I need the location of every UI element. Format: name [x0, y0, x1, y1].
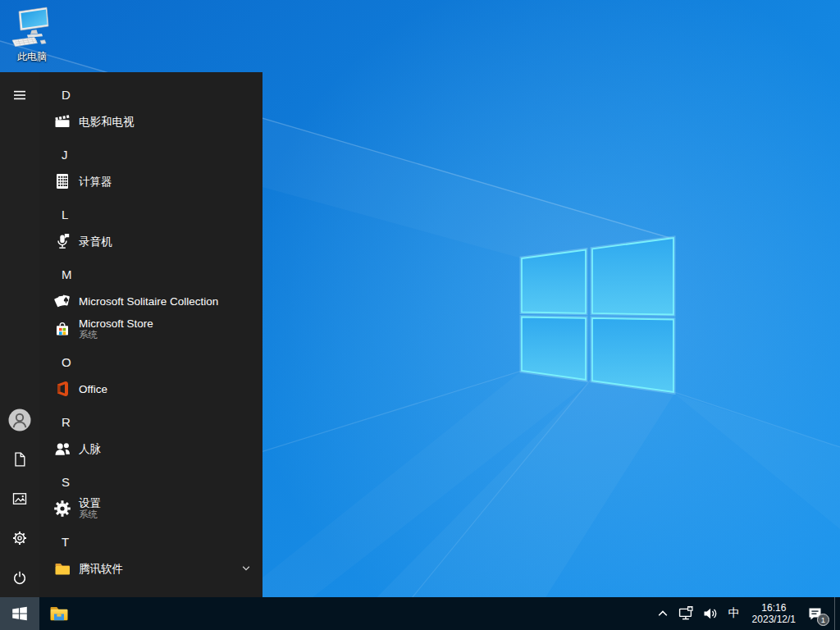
app-text: 人脉	[79, 443, 101, 455]
hamburger-icon	[11, 87, 28, 103]
app-label: 人脉	[79, 443, 101, 455]
section-letter-W[interactable]: W	[39, 582, 262, 597]
taskbar: 中 16:16 2023/12/1 1	[0, 597, 840, 630]
action-center-button[interactable]: 1	[802, 597, 834, 630]
start-menu: D电影和电视J计算器L录音机MMicrosoft Solitaire Colle…	[0, 72, 262, 597]
pictures-icon	[11, 491, 28, 507]
app-item[interactable]: Microsoft Solitaire Collection	[39, 287, 262, 315]
start-menu-rail	[0, 72, 39, 597]
section-letter-label: T	[62, 535, 69, 549]
app-text: Office	[79, 383, 107, 395]
section-letter-label: L	[62, 208, 68, 221]
section-letter-label: S	[62, 475, 70, 489]
section-letter-L[interactable]: L	[39, 195, 262, 227]
section-letter-T[interactable]: T	[39, 523, 262, 555]
section-letter-R[interactable]: R	[39, 403, 262, 435]
ime-indicator[interactable]: 中	[723, 597, 746, 630]
folder-icon	[52, 559, 72, 578]
hidden-icons-chevron-button[interactable]	[652, 597, 673, 630]
desktop-icon-label: 此电脑	[17, 52, 47, 62]
app-text: 电影和电视	[79, 116, 135, 128]
app-subtitle: 系统	[79, 330, 153, 340]
rail-button-menu[interactable]	[0, 75, 39, 115]
office-icon	[52, 379, 72, 399]
chevron-down-icon[interactable]	[241, 564, 251, 573]
app-item[interactable]: Microsoft Store系统	[39, 315, 262, 343]
clock-date: 2023/12/1	[752, 614, 796, 625]
power-icon	[11, 569, 28, 586]
taskbar-clock[interactable]: 16:16 2023/12/1	[746, 597, 802, 630]
section-letter-M[interactable]: M	[39, 255, 262, 287]
section-letter-J[interactable]: J	[39, 135, 262, 167]
rail-button-user[interactable]	[0, 400, 39, 440]
app-item[interactable]: 电影和电视	[39, 107, 262, 135]
app-text: 设置系统	[79, 497, 101, 520]
section-letter-label: R	[62, 415, 71, 429]
app-text: Microsoft Store系统	[79, 317, 153, 340]
store-icon	[52, 319, 72, 339]
section-letter-S[interactable]: S	[39, 463, 262, 495]
people-icon	[52, 439, 72, 459]
rail-button-pictures[interactable]	[0, 479, 39, 518]
rail-button-documents[interactable]	[0, 440, 39, 479]
app-label: 电影和电视	[79, 116, 135, 128]
file-explorer-icon	[48, 603, 70, 624]
app-item[interactable]: 人脉	[39, 435, 262, 463]
calculator-icon	[52, 171, 72, 191]
start-button[interactable]	[0, 597, 39, 630]
speaker-icon	[702, 605, 719, 622]
user-avatar-icon	[7, 408, 32, 432]
gear-icon	[11, 530, 28, 546]
settings-gear-icon	[52, 499, 72, 518]
ethernet-icon	[678, 605, 694, 622]
notification-badge: 1	[817, 614, 829, 626]
app-label: 腾讯软件	[79, 563, 123, 575]
app-text: 录音机	[79, 235, 112, 248]
app-text: 计算器	[79, 176, 112, 188]
document-icon	[11, 451, 28, 468]
section-letter-D[interactable]: D	[39, 75, 262, 107]
rail-button-power[interactable]	[0, 558, 39, 597]
app-label: 计算器	[79, 176, 112, 188]
rail-button-settings[interactable]	[0, 518, 39, 558]
app-label: 设置	[79, 497, 101, 509]
network-tray-button[interactable]	[673, 597, 698, 630]
app-item[interactable]: 录音机	[39, 227, 262, 255]
app-item[interactable]: 腾讯软件	[39, 555, 262, 582]
system-tray: 中 16:16 2023/12/1 1	[652, 597, 840, 630]
section-letter-label: J	[62, 148, 68, 162]
app-item[interactable]: 计算器	[39, 167, 262, 195]
app-item[interactable]: Office	[39, 375, 262, 403]
app-label: Microsoft Store	[79, 317, 153, 330]
app-item[interactable]: 设置系统	[39, 495, 262, 523]
start-menu-app-list: D电影和电视J计算器L录音机MMicrosoft Solitaire Colle…	[39, 72, 262, 597]
section-letter-label: D	[62, 88, 71, 102]
taskbar-file-explorer-button[interactable]	[39, 597, 79, 630]
show-desktop-button[interactable]	[834, 597, 840, 630]
solitaire-icon	[52, 291, 72, 311]
movies-tv-icon	[52, 112, 72, 131]
app-subtitle: 系统	[79, 509, 101, 520]
volume-tray-button[interactable]	[698, 597, 723, 630]
app-label: 录音机	[79, 235, 112, 248]
app-text: 腾讯软件	[79, 563, 123, 575]
clock-time: 16:16	[752, 602, 796, 614]
this-pc-icon	[11, 6, 53, 52]
windows-logo-icon	[11, 605, 29, 623]
voice-recorder-icon	[52, 231, 72, 251]
section-letter-label: O	[62, 355, 71, 369]
app-label: Office	[79, 383, 107, 395]
desktop-icon-this-pc[interactable]: 此电脑	[7, 6, 57, 62]
chevron-up-icon	[656, 607, 669, 620]
app-label: Microsoft Solitaire Collection	[79, 295, 218, 308]
section-letter-label: M	[62, 267, 72, 281]
section-letter-O[interactable]: O	[39, 343, 262, 375]
app-text: Microsoft Solitaire Collection	[79, 295, 218, 308]
